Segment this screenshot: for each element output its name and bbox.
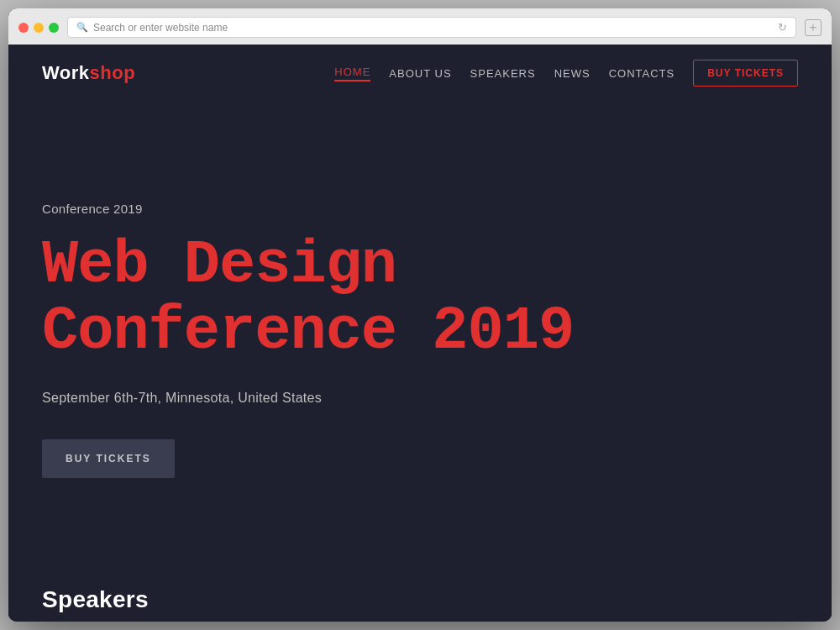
- hero-title-line1: Web Design: [42, 231, 396, 300]
- hero-section: Conference 2019 Web Design Conference 20…: [8, 102, 832, 561]
- hero-title-line2: Conference 2019: [42, 297, 574, 366]
- website-content: Workshop HOME ABOUT US SPEAKERS NEWS CON…: [8, 45, 832, 622]
- reload-icon[interactable]: ↻: [778, 21, 787, 34]
- nav-about[interactable]: ABOUT US: [389, 67, 451, 80]
- navbar: Workshop HOME ABOUT US SPEAKERS NEWS CON…: [8, 45, 832, 102]
- new-tab-button[interactable]: +: [805, 19, 822, 36]
- site-logo[interactable]: Workshop: [42, 62, 135, 84]
- browser-window: 🔍 Search or enter website name ↻ + Works…: [8, 8, 832, 622]
- nav-contacts[interactable]: CONTACTS: [609, 67, 675, 80]
- maximize-button[interactable]: [49, 23, 59, 33]
- logo-text-shop: shop: [90, 62, 136, 83]
- hero-subtitle: September 6th-7th, Minnesota, United Sta…: [42, 391, 798, 406]
- conference-label: Conference 2019: [42, 202, 798, 216]
- browser-chrome: 🔍 Search or enter website name ↻ +: [8, 8, 832, 45]
- traffic-lights: [18, 23, 59, 33]
- speakers-title: Speakers: [42, 586, 798, 613]
- address-text: Search or enter website name: [93, 22, 228, 34]
- logo-text-work: Work: [42, 62, 90, 83]
- close-button[interactable]: [18, 23, 29, 33]
- nav-speakers[interactable]: SPEAKERS: [470, 67, 536, 80]
- nav-news[interactable]: NEWS: [554, 67, 591, 80]
- minimize-button[interactable]: [34, 23, 44, 33]
- nav-home[interactable]: HOME: [334, 66, 370, 81]
- search-icon: 🔍: [76, 22, 88, 33]
- nav-cta-button[interactable]: BUY TICKETS: [693, 60, 798, 87]
- nav-links: HOME ABOUT US SPEAKERS NEWS CONTACTS BUY…: [334, 60, 798, 87]
- address-bar[interactable]: 🔍 Search or enter website name ↻: [67, 17, 796, 38]
- hero-title: Web Design Conference 2019: [42, 233, 798, 365]
- hero-cta-button[interactable]: BUY TICKETS: [42, 439, 175, 478]
- speakers-section: Speakers: [8, 561, 832, 622]
